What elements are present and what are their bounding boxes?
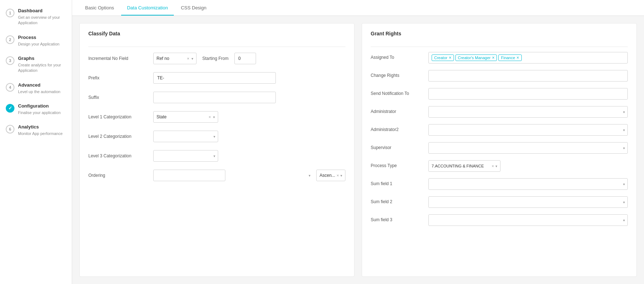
change-rights-label: Change Rights bbox=[371, 70, 428, 78]
assigned-to-tag-select[interactable]: Creator × Creator's Manager × Finance × bbox=[428, 52, 628, 64]
chip-creators-manager: Creator's Manager × bbox=[455, 54, 497, 61]
sidebar-item-process[interactable]: 2 Process Design your Application bbox=[0, 30, 72, 51]
level1-label: Level 1 Categorization bbox=[88, 114, 153, 119]
classify-data-panel: Classify Data Incremental No Field Ref n… bbox=[79, 23, 354, 277]
process-type-clear-icon[interactable]: × bbox=[492, 164, 494, 168]
ordering-label: Ordering bbox=[88, 173, 153, 178]
tabs-bar: Basic Options Data Customization CSS Des… bbox=[72, 0, 644, 16]
prefix-row: Prefix bbox=[88, 71, 345, 84]
level1-select[interactable]: State × ▾ bbox=[153, 111, 218, 123]
level1-select-text: State bbox=[156, 114, 207, 119]
suffix-input[interactable] bbox=[153, 92, 276, 103]
sum-field3-label: Sum field 3 bbox=[371, 214, 428, 222]
ordering-dir-select[interactable]: Ascen... × ▾ bbox=[316, 170, 345, 181]
chip-creator: Creator × bbox=[432, 54, 454, 61]
sidebar-num-2: 2 bbox=[6, 35, 14, 44]
sidebar-num-4: 4 bbox=[6, 83, 14, 92]
sidebar-sub-dashboard: Get an overview of your Application bbox=[18, 15, 66, 26]
send-notification-label: Send Notification To bbox=[371, 88, 428, 96]
sidebar-num-5: ✓ bbox=[6, 104, 14, 113]
sum-field1-row: Sum field 1 ▾ bbox=[371, 178, 628, 191]
sidebar-title-analytics: Analytics bbox=[18, 124, 63, 130]
content-area: Classify Data Incremental No Field Ref n… bbox=[72, 16, 644, 284]
chip-creators-manager-text: Creator's Manager bbox=[458, 56, 491, 60]
tab-data-customization[interactable]: Data Customization bbox=[121, 0, 173, 16]
ordering-select[interactable] bbox=[153, 170, 225, 181]
incremental-arrow-icon: ▾ bbox=[191, 57, 193, 61]
ordering-dir-arrow-icon: ▾ bbox=[340, 174, 342, 178]
sum-field1-label: Sum field 1 bbox=[371, 178, 428, 186]
administrator2-row: Administrator2 ▾ bbox=[371, 124, 628, 137]
sidebar-item-analytics[interactable]: 6 Analytics Monitor App performance bbox=[0, 120, 72, 141]
chip-creator-remove[interactable]: × bbox=[449, 56, 451, 60]
sum-field2-row: Sum field 2 ▾ bbox=[371, 196, 628, 209]
sidebar-sub-analytics: Monitor App performance bbox=[18, 131, 63, 136]
sidebar-sub-graphs: Create analytics for your Application bbox=[18, 62, 66, 74]
level3-label: Level 3 Categorization bbox=[88, 153, 153, 158]
grant-rights-title: Grant Rights bbox=[371, 31, 628, 39]
level3-select[interactable] bbox=[153, 150, 218, 162]
sidebar-title-advanced: Advanced bbox=[18, 82, 60, 88]
incremental-select-text: Ref no bbox=[156, 56, 185, 61]
tab-basic-options[interactable]: Basic Options bbox=[79, 0, 120, 16]
process-type-arrow-icon: ▾ bbox=[495, 164, 497, 168]
administrator-label: Administrator bbox=[371, 106, 428, 114]
incremental-row: Incremental No Field Ref no × ▾ Starting… bbox=[88, 52, 345, 65]
chip-creators-manager-remove[interactable]: × bbox=[492, 56, 494, 60]
administrator2-select[interactable] bbox=[428, 124, 628, 136]
administrator2-label: Administrator2 bbox=[371, 124, 428, 132]
sidebar-num-6: 6 bbox=[6, 125, 14, 134]
sum-field3-row: Sum field 3 ▾ bbox=[371, 214, 628, 227]
process-type-select[interactable]: 7.ACCOUNTING & FINANCE × ▾ bbox=[428, 160, 500, 172]
sidebar-title-graphs: Graphs bbox=[18, 56, 66, 62]
tab-css-design[interactable]: CSS Design bbox=[175, 0, 212, 16]
suffix-label: Suffix bbox=[88, 95, 153, 100]
prefix-input[interactable] bbox=[153, 72, 276, 84]
supervisor-row: Supervisor ▾ bbox=[371, 142, 628, 155]
change-rights-input[interactable] bbox=[428, 70, 628, 82]
sidebar-item-configuration[interactable]: ✓ Configuration Finalise your applicatio… bbox=[0, 99, 72, 120]
administrator-select[interactable] bbox=[428, 106, 628, 118]
ordering-dir-clear-icon[interactable]: × bbox=[337, 173, 339, 178]
level1-arrow-icon: ▾ bbox=[213, 115, 215, 119]
sum-field2-select[interactable] bbox=[428, 196, 628, 208]
sum-field2-label: Sum field 2 bbox=[371, 196, 428, 204]
chip-creator-text: Creator bbox=[434, 56, 447, 60]
sidebar-num-1: 1 bbox=[6, 9, 14, 17]
supervisor-label: Supervisor bbox=[371, 142, 428, 150]
process-type-label: Process Type bbox=[371, 160, 428, 168]
level3-row: Level 3 Categorization ▾ bbox=[88, 149, 345, 162]
chip-finance-remove[interactable]: × bbox=[517, 56, 519, 60]
sidebar-item-dashboard[interactable]: 1 Dashboard Get an overview of your Appl… bbox=[0, 4, 72, 30]
administrator-row: Administrator ▾ bbox=[371, 106, 628, 119]
send-notification-row: Send Notification To bbox=[371, 88, 628, 101]
level2-select[interactable] bbox=[153, 131, 218, 142]
sidebar-item-graphs[interactable]: 3 Graphs Create analytics for your Appli… bbox=[0, 51, 72, 78]
send-notification-input[interactable] bbox=[428, 88, 628, 100]
incremental-select[interactable]: Ref no × ▾ bbox=[153, 53, 197, 64]
incremental-clear-icon[interactable]: × bbox=[187, 56, 189, 61]
supervisor-select[interactable] bbox=[428, 142, 628, 154]
sidebar-item-advanced[interactable]: 4 Advanced Level up the automation bbox=[0, 78, 72, 99]
suffix-row: Suffix bbox=[88, 91, 345, 104]
chip-finance: Finance × bbox=[498, 54, 521, 61]
ordering-row: Ordering ▾ Ascen... × ▾ bbox=[88, 169, 345, 182]
assigned-to-row: Assigned To Creator × Creator's Manager … bbox=[371, 52, 628, 65]
sidebar-sub-advanced: Level up the automation bbox=[18, 89, 60, 95]
main-content: Basic Options Data Customization CSS Des… bbox=[72, 0, 644, 284]
starting-from-input[interactable] bbox=[234, 53, 256, 64]
level1-clear-icon[interactable]: × bbox=[209, 115, 211, 119]
ordering-arrow-icon: ▾ bbox=[309, 174, 310, 178]
level1-row: Level 1 Categorization State × ▾ bbox=[88, 110, 345, 123]
sum-field1-select[interactable] bbox=[428, 178, 628, 190]
sidebar-title-configuration: Configuration bbox=[18, 103, 61, 109]
sidebar-sub-configuration: Finalise your application bbox=[18, 110, 61, 115]
level2-label: Level 2 Categorization bbox=[88, 134, 153, 139]
process-type-row: Process Type 7.ACCOUNTING & FINANCE × ▾ bbox=[371, 160, 628, 173]
sidebar-sub-process: Design your Application bbox=[18, 41, 59, 47]
sidebar-num-3: 3 bbox=[6, 56, 14, 65]
incremental-label: Incremental No Field bbox=[88, 56, 153, 61]
sum-field3-select[interactable] bbox=[428, 214, 628, 226]
starting-from-label: Starting From bbox=[200, 56, 231, 61]
sidebar-title-dashboard: Dashboard bbox=[18, 8, 66, 14]
